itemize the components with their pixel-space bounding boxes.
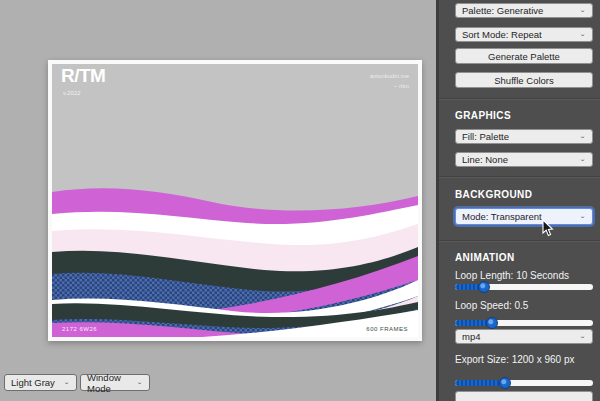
export-size-slider-fill: [455, 380, 505, 386]
background-mode-select[interactable]: Mode: Transparent ⌄: [455, 208, 593, 225]
export-size-label: Export Size: 1200 x 960 px: [455, 354, 593, 365]
background-section-header: BACKGROUND: [455, 189, 593, 200]
background-mode-select-value: Mode: Transparent: [462, 211, 542, 222]
animation-section-header: ANIMATION: [455, 252, 593, 263]
chevron-down-icon: ⌄: [579, 333, 586, 340]
loop-speed-slider-fill: [455, 320, 492, 326]
shuffle-colors-label: Shuffle Colors: [494, 75, 554, 86]
artwork-credit-line1: antonkudin.me: [370, 72, 409, 82]
sort-mode-select-value: Sort Mode: Repeat: [462, 29, 542, 40]
chevron-down-icon: ⌄: [579, 31, 586, 38]
background-color-select[interactable]: Light Gray ⌄: [4, 374, 77, 391]
chevron-down-icon: ⌄: [136, 379, 143, 386]
window-mode-select[interactable]: Window Mode ⌄: [80, 374, 150, 391]
loop-length-slider[interactable]: [455, 284, 593, 290]
export-size-slider[interactable]: [455, 380, 593, 386]
line-select[interactable]: Line: None ⌄: [455, 152, 593, 167]
generate-palette-label: Generate Palette: [488, 51, 560, 62]
loop-speed-label: Loop Speed: 0.5: [455, 300, 593, 311]
artwork-title: R/TM: [61, 66, 105, 87]
palette-select-value: Palette: Generative: [462, 5, 543, 16]
export-format-select[interactable]: mp4 ⌄: [455, 329, 593, 344]
artwork-canvas: R/TM v.2022 antonkudin.me ~ ritm 2172 6W…: [48, 60, 422, 341]
sort-mode-select[interactable]: Sort Mode: Repeat ⌄: [455, 27, 593, 42]
fill-select-value: Fill: Palette: [462, 131, 509, 142]
artwork-credit-line2: ~ ritm: [370, 82, 409, 92]
loop-length-label: Loop Length: 10 Seconds: [455, 270, 593, 281]
shuffle-colors-button[interactable]: Shuffle Colors: [455, 72, 593, 88]
chevron-down-icon: ⌄: [579, 133, 586, 140]
section-divider: [439, 98, 600, 99]
chevron-down-icon: ⌄: [579, 7, 586, 14]
loop-length-slider-thumb[interactable]: [478, 281, 490, 293]
chevron-down-icon: ⌄: [579, 213, 586, 220]
section-divider: [439, 176, 600, 177]
loop-speed-slider[interactable]: [455, 320, 593, 326]
background-color-select-value: Light Gray: [11, 377, 55, 388]
generative-waves-graphic: [52, 64, 418, 337]
control-panel: Palette: Generative ⌄ Sort Mode: Repeat …: [439, 0, 600, 401]
artwork-frame-count: 600 FRAMES: [366, 326, 408, 332]
loop-length-slider-fill: [455, 284, 484, 290]
line-select-value: Line: None: [462, 154, 508, 165]
generate-palette-button[interactable]: Generate Palette: [455, 48, 593, 64]
chevron-down-icon: ⌄: [63, 379, 70, 386]
loop-speed-slider-thumb[interactable]: [486, 317, 498, 329]
artwork-credit: antonkudin.me ~ ritm: [370, 72, 409, 91]
artwork-version: v.2022: [63, 90, 81, 96]
export-button[interactable]: Export: [455, 391, 593, 401]
export-format-select-value: mp4: [462, 331, 480, 342]
export-button-label: Export: [510, 398, 537, 401]
artwork-seed: 2172 6W26: [62, 326, 97, 332]
graphics-section-header: GRAPHICS: [455, 110, 593, 121]
chevron-down-icon: ⌄: [579, 156, 586, 163]
export-size-slider-thumb[interactable]: [499, 377, 511, 389]
fill-select[interactable]: Fill: Palette ⌄: [455, 129, 593, 144]
window-mode-select-value: Window Mode: [87, 372, 136, 394]
palette-select[interactable]: Palette: Generative ⌄: [455, 3, 593, 18]
section-divider: [439, 240, 600, 241]
